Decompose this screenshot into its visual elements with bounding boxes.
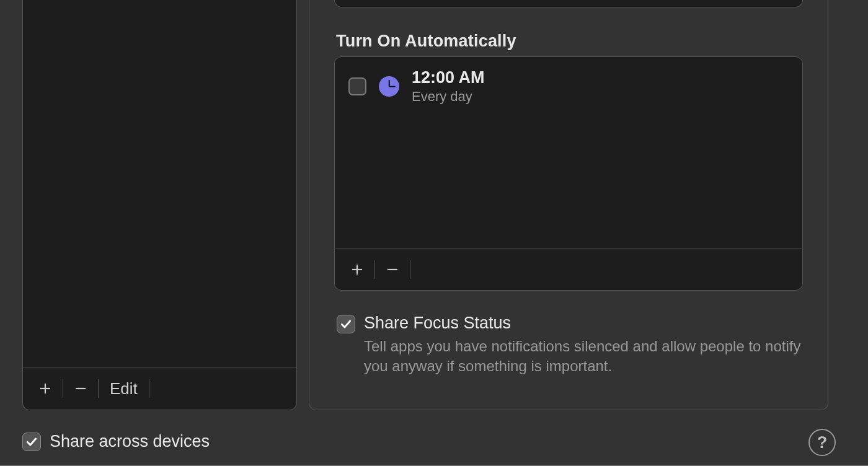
share-focus-status-text: Share Focus Status Tell apps you have no… xyxy=(364,314,803,377)
schedule-item[interactable]: 12:00 AM Every day xyxy=(335,57,802,116)
focus-list-panel: Edit xyxy=(22,0,297,410)
divider xyxy=(374,260,375,279)
focus-detail-panel: Turn On Automatically 12:00 AM Every day xyxy=(309,0,828,410)
help-button[interactable]: ? xyxy=(808,429,836,456)
options-box-tail xyxy=(334,0,803,7)
schedule-repeat: Every day xyxy=(412,89,485,105)
remove-focus-button[interactable] xyxy=(69,377,92,400)
clock-icon xyxy=(379,76,399,97)
turn-on-automatically-header: Turn On Automatically xyxy=(336,32,516,51)
add-schedule-button[interactable] xyxy=(346,258,368,281)
edit-focus-button[interactable]: Edit xyxy=(105,379,143,398)
share-focus-status-description: Tell apps you have notifications silence… xyxy=(364,336,803,377)
share-across-devices-label: Share across devices xyxy=(50,432,210,451)
focus-list xyxy=(23,0,296,367)
schedule-text: 12:00 AM Every day xyxy=(412,68,485,105)
divider xyxy=(98,379,99,398)
focus-list-footer: Edit xyxy=(23,367,296,410)
share-focus-status-row: Share Focus Status Tell apps you have no… xyxy=(337,314,803,377)
divider xyxy=(63,379,63,398)
schedule-time: 12:00 AM xyxy=(412,68,485,87)
schedule-footer xyxy=(335,248,802,290)
share-across-devices-checkbox[interactable] xyxy=(22,433,41,451)
remove-schedule-button[interactable] xyxy=(381,258,404,281)
schedule-enable-checkbox[interactable] xyxy=(348,77,366,95)
add-focus-button[interactable] xyxy=(34,377,56,400)
share-focus-status-checkbox[interactable] xyxy=(337,315,355,333)
share-across-devices-row: Share across devices xyxy=(22,431,210,451)
divider xyxy=(410,260,410,279)
divider xyxy=(149,379,149,398)
share-focus-status-title: Share Focus Status xyxy=(364,314,803,333)
schedule-box: 12:00 AM Every day xyxy=(334,56,803,291)
